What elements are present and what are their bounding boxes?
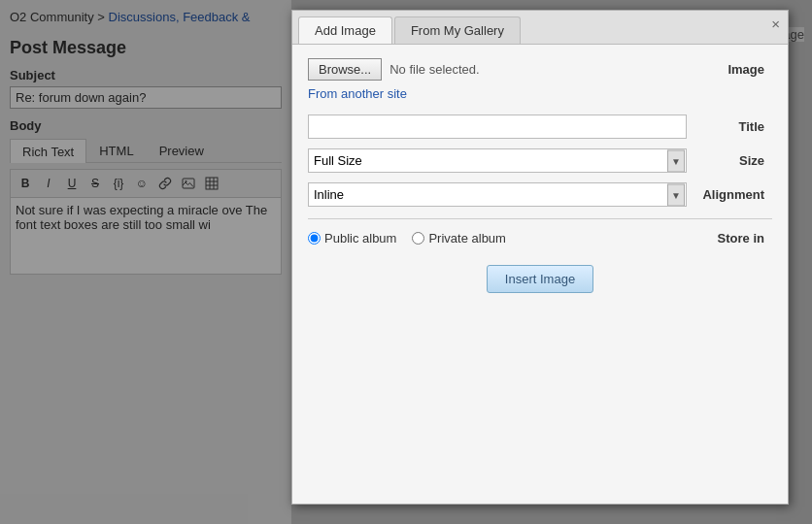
size-select-wrapper: Full Size Large Medium Small Thumbnail ▼ <box>308 148 687 173</box>
alignment-select[interactable]: Inline Left Right Center <box>308 182 687 207</box>
alignment-select-wrapper: Inline Left Right Center ▼ <box>308 182 687 207</box>
modal-tab-from-gallery[interactable]: From My Gallery <box>394 16 521 44</box>
browse-button[interactable]: Browse... <box>308 58 382 81</box>
modal-close-button[interactable]: × <box>771 16 780 31</box>
image-row: Browse... No file selected. Image <box>308 58 772 81</box>
public-album-radio[interactable] <box>308 232 321 245</box>
no-file-text: No file selected. <box>389 62 480 77</box>
size-select[interactable]: Full Size Large Medium Small Thumbnail <box>308 148 687 173</box>
album-radio-group: Public album Private album <box>308 231 687 246</box>
private-album-radio[interactable] <box>412 232 424 245</box>
title-label: Title <box>694 119 772 134</box>
image-label: Image <box>694 62 772 77</box>
size-label: Size <box>694 153 772 168</box>
modal-tab-add-image[interactable]: Add Image <box>298 16 392 44</box>
alignment-label: Alignment <box>694 187 772 202</box>
private-album-label[interactable]: Private album <box>412 231 505 246</box>
alignment-row: Inline Left Right Center ▼ Alignment <box>308 182 772 207</box>
store-in-label: Store in <box>694 231 772 246</box>
private-album-text: Private album <box>428 231 505 246</box>
insert-image-button[interactable]: Insert Image <box>487 265 593 293</box>
title-input[interactable] <box>308 115 687 139</box>
size-row: Full Size Large Medium Small Thumbnail ▼… <box>308 148 772 173</box>
modal-tab-bar: Add Image From My Gallery <box>292 11 788 45</box>
public-album-text: Public album <box>324 231 396 246</box>
public-album-label[interactable]: Public album <box>308 231 396 246</box>
divider <box>308 218 772 219</box>
image-modal: × Add Image From My Gallery Browse... No… <box>291 10 789 505</box>
modal-content: Browse... No file selected. Image From a… <box>292 45 788 307</box>
from-another-site-link[interactable]: From another site <box>308 86 772 101</box>
title-row: Title <box>308 115 772 139</box>
store-in-row: Public album Private album Store in <box>308 231 772 246</box>
